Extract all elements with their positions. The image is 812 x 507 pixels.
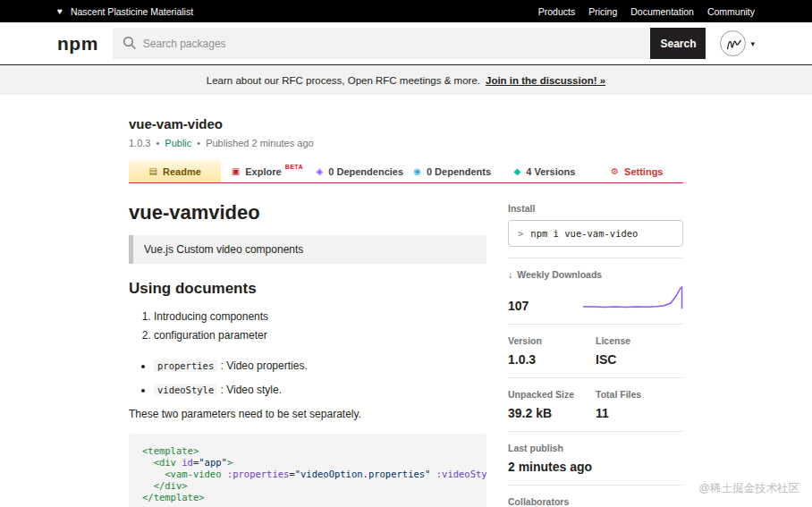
search-bar: Search (113, 28, 706, 59)
install-command: npm i vue-vam-video (530, 228, 638, 239)
rfc-banner: Learn about our RFC process, Open RFC me… (0, 65, 812, 95)
tab-versions-label: 4 Versions (526, 166, 575, 177)
inline-code: videoStyle (154, 384, 217, 396)
last-publish-value: 2 minutes ago (508, 460, 683, 474)
tab-dependents[interactable]: ◉ 0 Dependents (406, 160, 498, 182)
readme-code: <template> <div id="app"> <vam-video :pr… (142, 445, 473, 507)
install-command-box[interactable]: > npm i vue-vam-video (508, 220, 683, 247)
nav-link-community[interactable]: Community (707, 6, 755, 17)
search-input[interactable] (113, 28, 651, 59)
version-label: Version (508, 335, 596, 346)
search-button[interactable]: Search (650, 28, 706, 59)
unpacked-size-label: Unpacked Size (508, 389, 596, 400)
account-menu[interactable]: ▾ (720, 30, 755, 56)
tab-explore[interactable]: ▣ Explore BETA (221, 160, 313, 182)
weekly-downloads-sparkline[interactable] (583, 286, 683, 313)
dependents-tab-icon: ◉ (413, 167, 421, 176)
tab-readme[interactable]: ▤ Readme (129, 160, 221, 182)
watermark: @稀土掘金技术社区 (698, 481, 799, 496)
meta-separator: • (156, 138, 159, 148)
package-visibility: Public (165, 138, 191, 148)
readme-ordered-list: Introducing components configuration par… (154, 308, 486, 345)
unpacked-size-value: 39.2 kB (508, 406, 596, 420)
user-avatar[interactable] (720, 30, 746, 56)
total-files-value: 11 (596, 406, 683, 420)
list-item: configuration parameter (154, 326, 486, 345)
install-section: Install > npm i vue-vam-video (508, 183, 683, 258)
topbar-nav: Products Pricing Documentation Community (538, 6, 755, 17)
tab-settings[interactable]: ⚙ Settings (591, 160, 683, 182)
package-meta: 1.0.3 • Public • Published 2 minutes ago (129, 138, 683, 148)
list-item: properties : Video properties. (154, 359, 486, 372)
explore-tab-icon: ▣ (232, 167, 240, 176)
collaborators-label: Collaborators (508, 496, 683, 507)
versions-tab-icon: ◆ (514, 167, 521, 176)
last-publish-section: Last publish 2 minutes ago (508, 432, 683, 486)
last-publish-label: Last publish (508, 443, 683, 453)
version-license-section: Version 1.0.3 License ISC (508, 325, 683, 378)
weekly-downloads-label: Weekly Downloads (517, 269, 602, 280)
beta-badge: BETA (285, 164, 304, 170)
site-header: npm Search ▾ (0, 22, 812, 65)
weekly-downloads-section: ↓ Weekly Downloads 107 (508, 258, 683, 325)
package-name: vue-vam-video (129, 116, 683, 131)
download-icon: ↓ (508, 269, 512, 280)
tab-settings-label: Settings (624, 166, 663, 177)
dependencies-tab-icon: ◈ (317, 167, 324, 176)
tab-dependents-label: 0 Dependents (427, 166, 491, 177)
tab-explore-label: Explore (245, 166, 281, 177)
readme-section-heading: Using documents (129, 280, 486, 298)
heart-icon: ♥ (57, 7, 63, 16)
package-tabs: ▤ Readme ▣ Explore BETA ◈ 0 Dependencies… (129, 160, 683, 183)
chevron-down-icon: ▾ (750, 39, 755, 48)
rfc-banner-text: Learn about our RFC process, Open RFC me… (207, 75, 480, 86)
collaborators-section: Collaborators (508, 486, 683, 507)
inline-code: properties (154, 359, 217, 372)
nav-link-pricing[interactable]: Pricing (588, 6, 617, 17)
topbar-brand: Nascent Plasticine Materialist (71, 6, 193, 17)
total-files-label: Total Files (596, 389, 683, 400)
install-label: Install (508, 203, 683, 214)
tab-versions[interactable]: ◆ 4 Versions (498, 160, 590, 182)
list-item: Introducing components (154, 308, 486, 326)
package-version: 1.0.3 (129, 138, 150, 148)
weekly-downloads-value: 107 (508, 299, 529, 313)
package-published: Published 2 minutes ago (206, 138, 313, 148)
nav-link-documentation[interactable]: Documentation (630, 6, 694, 17)
readme-blockquote: Vue.js Custom video components (129, 235, 486, 264)
package-sidebar: Install > npm i vue-vam-video ↓ Weekly D… (508, 183, 683, 507)
search-icon (123, 36, 137, 54)
license-value: ISC (596, 352, 683, 367)
readme-code-block: <template> <div id="app"> <vam-video :pr… (129, 434, 486, 507)
top-notification-bar: ♥ Nascent Plasticine Materialist Product… (0, 0, 812, 22)
settings-gear-icon: ⚙ (611, 167, 619, 176)
readme-content: vue-vamvideo Vue.js Custom video compone… (129, 183, 486, 507)
bullet-text: : Video style. (217, 384, 282, 396)
bullet-text: : Video properties. (217, 359, 308, 372)
readme-bullet-list: properties : Video properties. videoStyl… (154, 359, 486, 396)
license-label: License (596, 335, 683, 346)
terminal-prompt-icon: > (518, 228, 523, 239)
size-files-section: Unpacked Size 39.2 kB Total Files 11 (508, 378, 683, 432)
meta-separator: • (197, 138, 200, 148)
readme-tab-icon: ▤ (149, 167, 157, 176)
package-header: vue-vam-video 1.0.3 • Public • Published… (129, 116, 683, 148)
tab-dependencies-label: 0 Dependencies (328, 166, 403, 177)
npm-logo[interactable]: npm (57, 33, 98, 55)
rfc-banner-link[interactable]: Join in the discussion! » (486, 75, 605, 86)
readme-title: vue-vamvideo (129, 201, 486, 224)
list-item: videoStyle : Video style. (154, 384, 486, 396)
nav-link-products[interactable]: Products (538, 6, 575, 17)
tab-readme-label: Readme (163, 166, 201, 177)
readme-paragraph: These two parameters need to be set sepa… (129, 408, 486, 420)
tab-dependencies[interactable]: ◈ 0 Dependencies (314, 160, 406, 182)
version-value: 1.0.3 (508, 352, 596, 367)
